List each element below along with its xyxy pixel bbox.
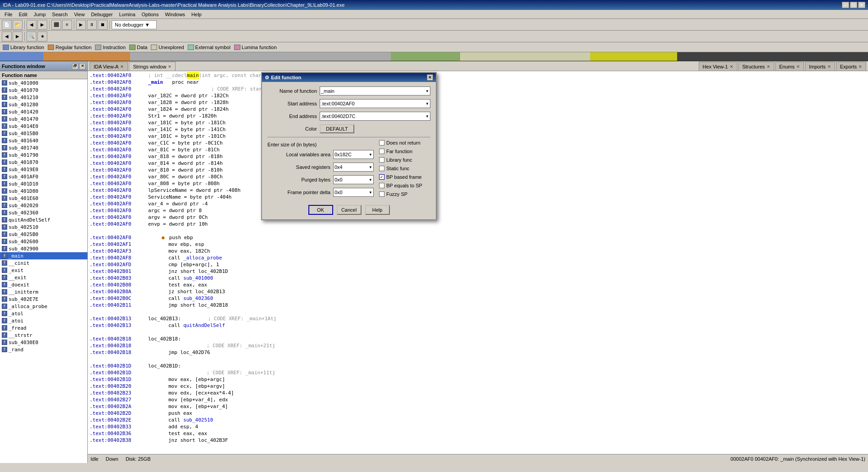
forward-button[interactable]: ▶ xyxy=(37,20,47,30)
run-button[interactable]: ▶ xyxy=(76,20,86,30)
func-sub_401D10[interactable]: fsub_401D10 xyxy=(0,180,87,187)
tab-structures[interactable]: Structures ✕ xyxy=(738,62,774,71)
dialog-close-button[interactable]: ✕ xyxy=(427,74,433,81)
pause-button[interactable]: ⏸ xyxy=(87,20,97,30)
overview-bar[interactable] xyxy=(0,52,868,61)
cb-fuzzy-sp[interactable]: Fuzzy SP xyxy=(379,191,430,197)
graph-button[interactable]: ⬛ xyxy=(51,20,61,30)
cb-library-func-box[interactable] xyxy=(379,157,384,163)
dialog-saved-dropdown[interactable]: 0x4 ▼ xyxy=(333,163,374,172)
cb-fuzzy-sp-box[interactable] xyxy=(379,191,384,197)
func-_atoi[interactable]: f_atoi xyxy=(0,317,87,324)
cb-bp-based-frame-box[interactable]: ✓ xyxy=(379,174,384,180)
nav-forward[interactable]: ▶ xyxy=(13,32,23,41)
cb-far-function-box[interactable] xyxy=(379,149,384,154)
menu-help[interactable]: Help xyxy=(189,11,204,18)
tab-imports-close[interactable]: ✕ xyxy=(827,64,831,69)
cb-does-not-return-box[interactable] xyxy=(379,140,384,145)
back-button[interactable]: ◀ xyxy=(27,20,36,30)
new-button[interactable]: 📄 xyxy=(2,20,12,30)
func-_doexit[interactable]: f_doexit xyxy=(0,281,87,288)
func-sub_402020[interactable]: fsub_402020 xyxy=(0,202,87,209)
tab-hex-close[interactable]: ✕ xyxy=(730,64,733,69)
func-sub_401210[interactable]: fsub_401210 xyxy=(0,94,87,101)
nav-bookmark[interactable]: ★ xyxy=(37,32,47,41)
func-sub_401070[interactable]: fsub_401070 xyxy=(0,86,87,94)
minimize-button[interactable]: ─ xyxy=(842,2,849,8)
cb-bp-based-frame[interactable]: ✓ BP based frame xyxy=(379,174,430,180)
func-sub_402900[interactable]: fsub_402900 xyxy=(0,245,87,252)
close-button[interactable]: ✕ xyxy=(858,2,865,8)
cb-bp-equals-sp-box[interactable] xyxy=(379,183,384,188)
dialog-name-dropdown[interactable]: _main ▼ xyxy=(320,86,430,95)
func-sub_401790[interactable]: fsub_401790 xyxy=(0,151,87,159)
func-sub_4015B0[interactable]: fsub_4015B0 xyxy=(0,130,87,137)
tab-exports[interactable]: Exports ✕ xyxy=(836,62,866,71)
dialog-start-dropdown[interactable]: .text:00402AF0 ▼ xyxy=(320,99,430,108)
nav-back[interactable]: ◀ xyxy=(2,32,12,41)
dialog-local-dropdown[interactable]: 0x182C ▼ xyxy=(333,150,374,159)
cb-static-func-box[interactable] xyxy=(379,166,384,171)
menu-options[interactable]: Options xyxy=(139,11,162,18)
tab-enums-close[interactable]: ✕ xyxy=(796,64,800,69)
menu-search[interactable]: Search xyxy=(50,11,71,18)
tab-enums[interactable]: Enums ✕ xyxy=(775,62,804,71)
func-__exit[interactable]: f__exit xyxy=(0,274,87,281)
debugger-select[interactable]: No debugger ▼ xyxy=(112,20,157,29)
func-_fread[interactable]: f_fread xyxy=(0,324,87,331)
func-sub_401D80[interactable]: fsub_401D80 xyxy=(0,187,87,195)
func-sub_402600[interactable]: fsub_402600 xyxy=(0,238,87,245)
tab-imports[interactable]: Imports ✕ xyxy=(805,62,835,71)
func-__initterm[interactable]: f__initterm xyxy=(0,288,87,295)
tab-structs-close[interactable]: ✕ xyxy=(767,64,770,69)
dialog-frame-dropdown[interactable]: 0x0 ▼ xyxy=(333,188,374,197)
menu-view[interactable]: View xyxy=(71,11,87,18)
func-sub_4030E0[interactable]: fsub_4030E0 xyxy=(0,339,87,346)
dialog-cancel-button[interactable]: Cancel xyxy=(337,205,362,215)
dialog-color-button[interactable]: DEFAULT xyxy=(320,124,354,133)
tab-exports-close[interactable]: ✕ xyxy=(859,64,862,69)
func-sub_402510[interactable]: fsub_402510 xyxy=(0,223,87,231)
cb-library-func[interactable]: Library func xyxy=(379,157,430,163)
panel-close[interactable]: ✕ xyxy=(79,63,86,69)
maximize-button[interactable]: □ xyxy=(850,2,857,8)
tab-strings-window[interactable]: Strings window ✕ xyxy=(129,62,176,71)
func-_alloca_probe[interactable]: f_alloca_probe xyxy=(0,303,87,310)
tab-hex-view[interactable]: Hex View-1 ✕ xyxy=(699,62,737,71)
functions-list[interactable]: fsub_401000 fsub_401070 fsub_401210 fsub… xyxy=(0,79,87,463)
func-sub_401E60[interactable]: fsub_401E60 xyxy=(0,195,87,202)
panel-undock[interactable]: 🗗 xyxy=(72,63,78,69)
func-_exit[interactable]: f_exit xyxy=(0,267,87,274)
func-sub_401740[interactable]: fsub_401740 xyxy=(0,144,87,151)
tab-ida-close[interactable]: ✕ xyxy=(120,64,124,69)
func-sub_401640[interactable]: fsub_401640 xyxy=(0,137,87,144)
func-sub_401470[interactable]: fsub_401470 xyxy=(0,115,87,123)
dialog-help-button[interactable]: Help xyxy=(365,205,390,215)
cb-static-func[interactable]: Static func xyxy=(379,166,430,171)
hex-button[interactable]: ≡ xyxy=(62,20,72,30)
func-_main[interactable]: f_main xyxy=(0,252,87,259)
func-sub_401870[interactable]: fsub_401870 xyxy=(0,159,87,166)
menu-file[interactable]: File xyxy=(2,11,15,18)
func-__cinit[interactable]: f__cinit xyxy=(0,259,87,267)
func-_rand[interactable]: f_rand xyxy=(0,346,87,353)
open-button[interactable]: 📂 xyxy=(13,20,23,30)
func-sub_4014E0[interactable]: fsub_4014E0 xyxy=(0,123,87,130)
func-sub_4025B0[interactable]: fsub_4025B0 xyxy=(0,231,87,238)
menu-lumina[interactable]: Lumina xyxy=(116,11,138,18)
func-sub_401AF0[interactable]: fsub_401AF0 xyxy=(0,173,87,180)
func-quitAndDelSelf[interactable]: fquitAndDelSelf xyxy=(0,216,87,223)
menu-windows[interactable]: Windows xyxy=(162,11,188,18)
cb-does-not-return[interactable]: Does not return xyxy=(379,140,430,145)
dialog-purged-dropdown[interactable]: 0x0 ▼ xyxy=(333,175,374,184)
cb-far-function[interactable]: Far function xyxy=(379,149,430,154)
menu-edit[interactable]: Edit xyxy=(16,11,30,18)
func-sub_401000[interactable]: fsub_401000 xyxy=(0,79,87,86)
func-sub_4019E0[interactable]: fsub_4019E0 xyxy=(0,166,87,173)
dialog-ok-button[interactable]: OK xyxy=(308,205,333,215)
func-sub_402360[interactable]: fsub_402360 xyxy=(0,209,87,216)
func-__strstr[interactable]: f__strstr xyxy=(0,331,87,339)
menu-debugger[interactable]: Debugger xyxy=(88,11,115,18)
func-sub_401420[interactable]: fsub_401420 xyxy=(0,108,87,115)
menu-jump[interactable]: Jump xyxy=(31,11,49,18)
